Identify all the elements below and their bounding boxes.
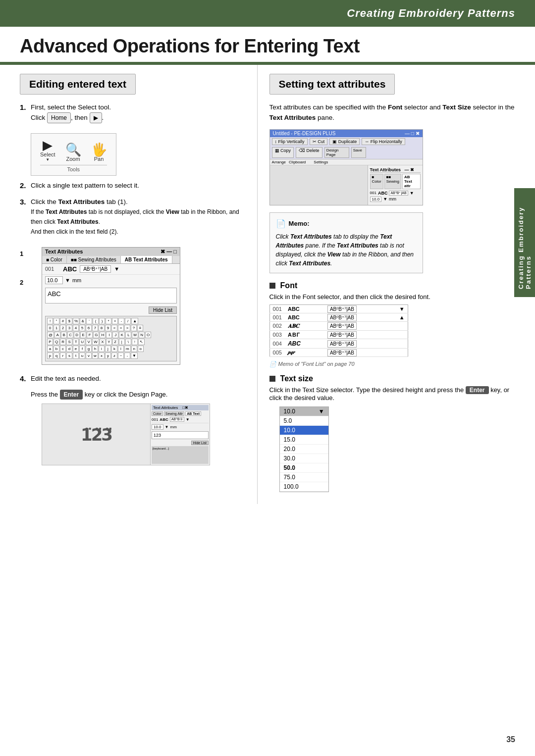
step-2-content: Click a single text pattern to select it…	[31, 181, 247, 191]
delete-btn[interactable]: ⌫ Delete	[296, 147, 322, 158]
ta-text-area[interactable]: ABC	[45, 288, 177, 303]
ta-font-sample: AB⁰B⁺⁷|AB	[80, 265, 111, 273]
save-btn[interactable]: Save	[351, 147, 366, 158]
zoom-icon: 🔍	[65, 143, 81, 156]
ta-dropdown-arrow2[interactable]: ▼	[65, 277, 70, 283]
sw-tab-color[interactable]: ■ Color	[370, 174, 383, 189]
sw-font-arrow[interactable]: ▼	[410, 191, 414, 196]
select-icon: ▶	[43, 139, 53, 151]
ta-font-name: ABC	[63, 265, 77, 273]
font-num-6: 005	[269, 348, 285, 356]
font-row-3: 002 𝐀𝐁𝐂 AB⁰B⁺⁷|AB	[269, 321, 408, 330]
sidebar-label-text: Creating Embroidery Patterns	[517, 196, 532, 289]
home-key: Home	[47, 112, 71, 123]
sw-ta-tabs: ■ Color ■■ Sewing AB Text attr	[370, 174, 421, 189]
ta-panel-controls: ✖ — □	[160, 249, 177, 255]
left-section-heading: Editing entered text	[20, 74, 136, 95]
step-4-num: 4.	[20, 374, 31, 383]
font-num-3: 002	[269, 321, 285, 330]
step-2-num: 2.	[20, 181, 31, 190]
kbd-row-6: p q r s t u v w x y z ~ - ▼	[47, 353, 175, 359]
font-sample-3: AB⁰B⁺⁷|AB	[324, 321, 396, 330]
duplicate-btn[interactable]: ▣ Duplicate	[329, 138, 360, 145]
enter-key: Enter	[60, 390, 83, 400]
step-1-content: First, select the Select tool. Click Hom…	[31, 102, 247, 123]
zoom-tool: 🔍 Zoom	[65, 143, 81, 162]
ta-panel-wrapper: 1 2 Text Attributes ✖ — □ ■ Color ■■ Sew…	[31, 243, 180, 369]
font-arrow-2[interactable]: ▲	[396, 313, 408, 321]
tools-section-label: Tools	[40, 165, 107, 172]
font-sample-1: AB⁰B⁺⁷|AB	[324, 304, 396, 313]
step-4-content: Edit the text as needed.	[31, 374, 247, 384]
main-title-area: Advanced Operations for Entering Text	[0, 27, 535, 63]
memo-title: 📄 Memo:	[276, 218, 417, 230]
sw-content: Text Attributes — ✖ ■ Color ■■ Sewing AB…	[270, 165, 423, 205]
tab-color[interactable]: ■ Color	[42, 256, 67, 263]
flip-horizontally-btn[interactable]: ↔ Flip Horizontally	[362, 138, 405, 145]
size-row-5[interactable]: 5.0	[280, 416, 328, 426]
tab-sewing[interactable]: ■■ Sewing Attributes	[67, 256, 121, 263]
step-1-num: 1.	[20, 103, 31, 111]
dp-text-field[interactable]: 123	[152, 431, 209, 439]
size-row-50[interactable]: 50.0	[280, 463, 328, 473]
flip-vertically-btn[interactable]: ↕ Flip Vertically	[272, 138, 308, 145]
font-arrow-1[interactable]: ▼	[396, 304, 408, 313]
font-sample-5: AB⁰B⁺⁷|AB	[324, 339, 396, 348]
font-table: 001 ABC AB⁰B⁺⁷|AB ▼ 001 ABC AB⁰B⁺⁷|AB ▲ …	[269, 304, 408, 357]
page-title: Advanced Operations for Entering Text	[20, 36, 515, 57]
font-num-4: 003	[269, 330, 285, 339]
sw-size-value[interactable]: 10.0	[370, 197, 382, 202]
sw-tab-sewing[interactable]: ■■ Sewing	[384, 174, 401, 189]
design-page-btn[interactable]: Design Page	[324, 147, 349, 158]
size-row-30[interactable]: 30.0	[280, 454, 328, 463]
sw-ta-size-row: 10.0 ▼ mm	[370, 197, 421, 202]
font-sample-4: AB⁰B⁺⁷|AB	[324, 330, 396, 339]
text-size-heading: Text size	[269, 374, 515, 383]
size-row-15[interactable]: 15.0	[280, 435, 328, 445]
font-num-2: 001	[269, 313, 285, 321]
size-row-20[interactable]: 20.0	[280, 445, 328, 454]
tab-text-attributes[interactable]: AB Text Attributes	[121, 256, 172, 263]
sw-size-arrow[interactable]: ▼	[383, 197, 387, 202]
ta-dropdown-arrow[interactable]: ▼	[114, 266, 119, 272]
font-desc: Click in the Font selector, and then cli…	[269, 293, 515, 301]
size-row-10-selected[interactable]: 10.0	[280, 426, 328, 435]
ta-panel-title-text: Text Attributes	[45, 249, 83, 254]
cut-btn[interactable]: ✂ Cut	[310, 138, 328, 145]
step-2: 2. Click a single text pattern to select…	[20, 181, 247, 191]
step-1: 1. First, select the Select tool. Click …	[20, 102, 247, 123]
pan-tool: 🖐 Pan	[91, 143, 107, 162]
text-size-desc: Click in the Text Size selector. Type th…	[269, 386, 515, 402]
memo-icon: 📄	[276, 218, 286, 230]
size-row-top[interactable]: 10.0 ▼	[280, 407, 328, 416]
font-arrow-3	[396, 321, 408, 330]
size-row-100[interactable]: 100.0	[280, 482, 328, 492]
font-marker	[269, 283, 275, 289]
right-column: Setting text attributes Text attributes …	[258, 65, 520, 504]
size-row-75[interactable]: 75.0	[280, 473, 328, 482]
text-size-heading-text: Text size	[280, 374, 313, 383]
ta-panel: Text Attributes ✖ — □ ■ Color ■■ Sewing …	[42, 247, 180, 365]
press-enter-text: Press the Enter key or click the Design …	[31, 390, 247, 400]
tools-row: ▶ Select ▼ 🔍 Zoom 🖐 Pan	[40, 139, 107, 162]
font-row-4: 003 ΑΒΓ AB⁰B⁺⁷|AB	[269, 330, 408, 339]
sw-ta-font-row: 001 ABC AB⁰B⁺|AB ▼	[370, 191, 421, 196]
select-arrow: ▼	[46, 157, 50, 162]
copy-btn[interactable]: ▦ Copy	[272, 147, 294, 158]
dp-hide-btn[interactable]: Hide List	[191, 441, 209, 445]
size-dropdown-arrow[interactable]: ▼	[319, 408, 324, 415]
font-row-1: 001 ABC AB⁰B⁺⁷|AB ▼	[269, 304, 408, 313]
step-3-content: Click the Text Attributes tab (1). If th…	[31, 197, 247, 237]
size-dropdown-wrapper: 10.0 ▼ 5.0 10.0 15.0 20.0 30.0 50.0 75.0…	[279, 406, 515, 492]
font-heading-text: Font	[280, 281, 298, 290]
sw-tab-ab[interactable]: AB Text attr	[402, 174, 421, 189]
hide-list-button[interactable]: Hide List	[149, 306, 177, 314]
ta-size-input[interactable]	[45, 276, 63, 284]
ta-font-num: 001	[45, 266, 60, 272]
kbd-row-2: 0 1 2 3 4 5 6 7 8 9 < = > ? ≡	[47, 325, 175, 331]
left-column: Editing entered text 1. First, select th…	[15, 65, 258, 504]
sw-toolbar: ↕ Flip Vertically ✂ Cut ▣ Duplicate ↔ Fl…	[270, 137, 423, 159]
marker-1: 1	[20, 250, 23, 257]
two-col-layout: Editing entered text 1. First, select th…	[0, 65, 535, 504]
size-val-top: 10.0	[284, 408, 295, 415]
